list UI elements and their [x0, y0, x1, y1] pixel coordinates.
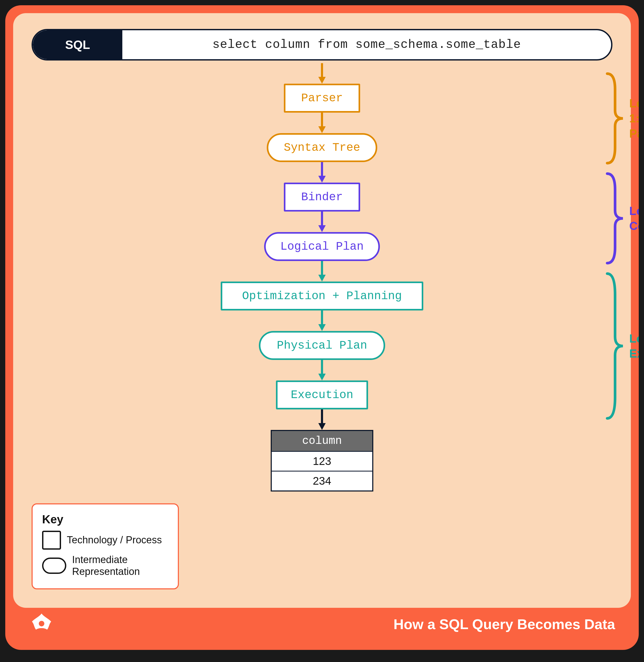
level-1: Level 1: Parser [604, 71, 639, 166]
table-header: column [272, 431, 372, 451]
svg-marker-1 [318, 77, 326, 84]
arrow-icon [317, 63, 327, 84]
level-3: Level 3: Executor [604, 271, 639, 421]
svg-marker-13 [318, 374, 326, 381]
logical-plan-node: Logical Plan [264, 232, 380, 261]
optimization-planning-node: Optimization + Planning [221, 281, 423, 311]
binder-node: Binder [284, 183, 360, 211]
level-2-label: Level 2: Compiler [629, 203, 639, 233]
diagram-card: SQL select column from some_schema.some_… [5, 5, 639, 650]
level-2: Level 2: Compiler [604, 171, 639, 266]
legend-row-tech: Technology / Process [42, 531, 168, 550]
level-num: Level 2: [629, 204, 639, 217]
flow-column: Parser Syntax Tree Binder Logical Plan O… [221, 63, 423, 492]
square-icon [42, 531, 61, 550]
svg-marker-5 [318, 176, 326, 183]
level-name: Compiler [629, 220, 639, 232]
oval-icon [42, 557, 66, 574]
level-name: Parser [629, 127, 639, 140]
table-cell: 123 [272, 451, 372, 471]
legend-key: Key Technology / Process Intermediate Re… [31, 503, 179, 589]
svg-point-16 [39, 621, 44, 626]
arrow-icon [317, 113, 327, 133]
logo-icon [29, 612, 54, 637]
arrow-icon [317, 211, 327, 232]
level-num: Level 1: [629, 97, 639, 125]
level-name: Executor [629, 347, 639, 360]
svg-marker-9 [318, 275, 326, 281]
arrow-icon [317, 409, 327, 430]
legend-label: Intermediate Representation [72, 554, 168, 578]
sql-tag: SQL [33, 30, 122, 59]
arrow-icon [317, 162, 327, 183]
physical-plan-node: Physical Plan [259, 331, 385, 360]
svg-marker-3 [318, 126, 326, 133]
execution-node: Execution [276, 381, 368, 409]
arrow-icon [317, 360, 327, 381]
sql-input-bar: SQL select column from some_schema.some_… [31, 29, 613, 61]
syntax-tree-node: Syntax Tree [267, 133, 377, 162]
level-1-label: Level 1: Parser [629, 96, 639, 141]
level-3-label: Level 3: Executor [629, 331, 639, 361]
diagram-inner: SQL select column from some_schema.some_… [13, 13, 631, 608]
svg-marker-15 [318, 423, 326, 430]
footer-bar: How a SQL Query Becomes Data [5, 613, 639, 650]
footer-title: How a SQL Query Becomes Data [394, 616, 615, 632]
arrow-icon [317, 311, 327, 331]
table-cell: 234 [272, 471, 372, 490]
legend-row-intermediate: Intermediate Representation [42, 554, 168, 578]
result-table: column 123 234 [271, 430, 373, 492]
legend-title: Key [42, 513, 168, 526]
legend-label: Technology / Process [67, 534, 162, 546]
svg-marker-7 [318, 225, 326, 232]
svg-marker-11 [318, 324, 326, 331]
parser-node: Parser [284, 84, 360, 113]
level-num: Level 3: [629, 332, 639, 345]
sql-code: select column from some_schema.some_tabl… [122, 38, 611, 51]
arrow-icon [317, 261, 327, 281]
